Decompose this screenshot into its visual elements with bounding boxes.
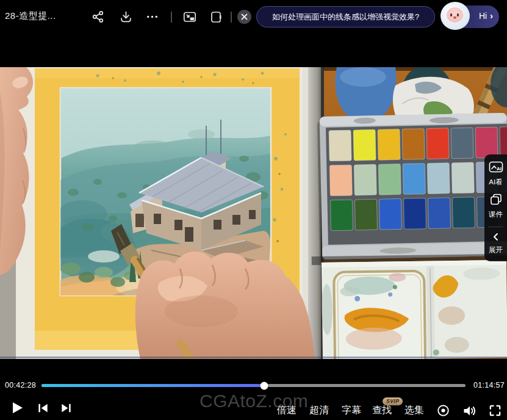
expand-label: 展开	[489, 245, 503, 255]
mixing-palette	[312, 254, 507, 359]
menu-speed[interactable]: 倍速	[277, 404, 297, 417]
volume-icon[interactable]	[462, 404, 476, 418]
ai-vision-icon: AI	[489, 161, 503, 176]
courseware-icon	[489, 194, 503, 208]
svg-text:AI: AI	[497, 166, 502, 172]
pip-icon[interactable]	[182, 10, 197, 24]
expand-button[interactable]: 展开	[489, 233, 503, 255]
courseware-button[interactable]: 课件	[489, 194, 503, 219]
menu-subtitle[interactable]: 字幕	[342, 404, 361, 417]
video-player-window: 28-造型提...	[0, 0, 507, 420]
chevron-right-icon: ›	[490, 10, 493, 21]
ai-watch-button[interactable]: AI AI看	[489, 161, 503, 187]
more-icon[interactable]	[145, 10, 160, 24]
total-time: 01:14:57	[473, 381, 505, 389]
dock-window-icon[interactable]	[209, 10, 223, 24]
current-time: 00:42:28	[5, 381, 36, 389]
share-icon[interactable]	[91, 10, 106, 24]
toolbar-divider	[171, 12, 172, 23]
assistant-label: Hi	[479, 11, 487, 21]
circle-dot-icon[interactable]	[436, 404, 451, 418]
menu-find[interactable]: 查找	[372, 404, 392, 417]
paint-palette	[317, 112, 507, 264]
top-bar: 28-造型提...	[0, 0, 507, 34]
menu-episodes[interactable]: 选集	[405, 404, 424, 417]
next-episode-icon[interactable]	[60, 402, 74, 416]
download-icon[interactable]	[119, 10, 134, 24]
menu-quality[interactable]: 超清	[309, 404, 329, 417]
video-surface[interactable]	[0, 67, 507, 359]
video-frame	[0, 67, 507, 359]
prev-episode-icon[interactable]	[37, 402, 51, 416]
ai-question-pill[interactable]: 如何处理画面中的线条感以增强视觉效果?	[256, 6, 435, 27]
chevron-left-icon	[491, 233, 501, 244]
close-icon[interactable]	[237, 10, 251, 24]
progress-bar[interactable]	[41, 382, 466, 388]
assistant-avatar[interactable]	[440, 2, 470, 30]
player-controls: 00:42:28 01:14:57 CGAtoZ.com 倍速 超清 字幕 查找	[0, 359, 507, 420]
fullscreen-icon[interactable]	[488, 404, 503, 418]
svip-badge: SVIP	[383, 397, 403, 405]
progress-played	[41, 384, 264, 387]
panel-divider	[488, 226, 503, 227]
progress-handle[interactable]	[260, 382, 268, 389]
courseware-label: 课件	[489, 210, 503, 219]
ai-question-text: 如何处理画面中的线条感以增强视觉效果?	[272, 12, 419, 23]
video-title: 28-造型提...	[5, 10, 56, 22]
side-panel: AI AI看 课件 展开	[484, 154, 507, 261]
play-icon[interactable]	[10, 400, 24, 415]
palette-pans	[329, 126, 507, 231]
toolbar-divider	[231, 12, 232, 23]
ai-watch-label: AI看	[489, 178, 502, 187]
avatar-face	[447, 7, 463, 23]
